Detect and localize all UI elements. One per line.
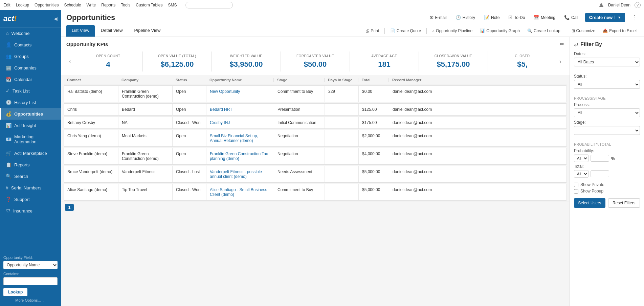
calendar-icon: 📅	[6, 77, 12, 82]
row1-opp-link[interactable]: New Opportunity	[210, 89, 240, 94]
table-container: Contact Company Status Opportunity Name …	[61, 76, 570, 201]
row2-opp-link[interactable]: Bedard HRT	[210, 107, 232, 112]
row6-manager: daniel.dean@act.com	[389, 166, 567, 182]
menu-lookup[interactable]: Lookup	[16, 3, 29, 7]
create-lookup-button[interactable]: 🔍 Create Lookup	[525, 27, 562, 35]
row4-opp-link[interactable]: Small Biz Financial Set up, Annual Retai…	[210, 134, 258, 143]
reset-filters-button[interactable]: Reset Filters	[608, 198, 640, 208]
row1-opp-name[interactable]: New Opportunity	[206, 86, 274, 102]
row3-opp-name[interactable]: Crosby INJ	[206, 117, 274, 128]
kpi-edit-icon[interactable]: ✏	[560, 41, 564, 47]
sidebar-item-actinsight[interactable]: 📊 Act! Insight	[0, 120, 61, 131]
call-icon: 📞	[564, 15, 570, 20]
more-actions-button[interactable]: ⋮	[630, 14, 639, 21]
lookup-button[interactable]: Lookup	[3, 288, 27, 296]
help-icon[interactable]: ?	[635, 2, 641, 8]
sidebar-item-groups[interactable]: 👥 Groups	[0, 50, 61, 62]
filter-total-select[interactable]: All	[574, 170, 589, 178]
sidebar-item-label-calendar: Calendar	[14, 77, 32, 82]
tab-pipeline-view[interactable]: Pipeline View	[129, 25, 166, 37]
menu-custom-tables[interactable]: Custom Tables	[136, 3, 162, 7]
sidebar-item-serialnumbers[interactable]: # Serial Numbers	[0, 182, 61, 193]
sidebar-item-actmarketplace[interactable]: 🛒 Act! Marketplace	[0, 147, 61, 159]
sidebar-item-companies[interactable]: 🏢 Companies	[0, 62, 61, 74]
sidebar-item-opportunities[interactable]: 💰 Opportunities	[0, 108, 61, 120]
tab-detail-view[interactable]: Detail View	[95, 25, 128, 37]
kpi-avg-age-value: 181	[354, 60, 415, 69]
filter-probability-select[interactable]: All	[574, 155, 589, 162]
row7-opp-name[interactable]: Alice Santiago - Small Business Client (…	[206, 184, 274, 200]
row3-opp-link[interactable]: Crosby INJ	[210, 120, 230, 125]
sidebar-item-tasklist[interactable]: ✓ Task List	[0, 85, 61, 97]
sidebar-item-search[interactable]: 🔍 Search	[0, 170, 61, 182]
print-button[interactable]: 🖨 Print	[363, 27, 381, 35]
row4-opp-name[interactable]: Small Biz Financial Set up, Annual Retai…	[206, 130, 274, 146]
kpi-next-button[interactable]: ›	[557, 58, 564, 65]
call-button[interactable]: 📞 Call	[562, 14, 580, 21]
kpi-prev-button[interactable]: ‹	[66, 58, 74, 65]
filter-checkboxes: Show Private Show Popup	[574, 182, 640, 193]
row6-opp-link[interactable]: Vanderpelt Fitness - possible annual cli…	[210, 169, 262, 179]
user-name[interactable]: Daniel Dean	[608, 3, 630, 7]
menu-tools[interactable]: Tools	[121, 3, 130, 7]
menu-sms[interactable]: SMS	[168, 3, 177, 7]
filter-process-select[interactable]: All	[574, 108, 640, 117]
filter-status-select[interactable]: All	[574, 80, 640, 89]
create-new-dropdown-arrow[interactable]: ▼	[615, 16, 621, 19]
search-input-top[interactable]	[185, 2, 233, 8]
customize-button[interactable]: ⊞ Customize	[570, 27, 598, 35]
kpi-closed-value: $5,	[492, 60, 553, 69]
sidebar-item-label-insurance: Insurance	[13, 208, 32, 213]
marketing-icon: 📧	[6, 137, 12, 142]
meeting-button[interactable]: 📅 Meeting	[532, 14, 557, 21]
sidebar-item-historylist[interactable]: 🕐 History List	[0, 97, 61, 108]
row5-opp-link[interactable]: Franklin Green Construction Tax planning…	[210, 151, 268, 161]
menu-write[interactable]: Write	[86, 3, 96, 7]
todo-button[interactable]: ☑ To-Do	[506, 14, 527, 21]
opp-pipeline-button[interactable]: ⬦ Opportunity Pipeline	[430, 27, 474, 35]
opportunity-field-select[interactable]: Opportunity Name	[3, 261, 58, 269]
row7-opp-link[interactable]: Alice Santiago - Small Business Client (…	[210, 187, 267, 197]
row2-days	[325, 104, 358, 115]
sidebar-item-label-support: Support	[14, 197, 30, 202]
export-excel-button[interactable]: 📤 Export to Excel	[601, 27, 639, 35]
page-1-button[interactable]: 1	[65, 204, 74, 211]
menu-schedule[interactable]: Schedule	[64, 3, 81, 7]
menu-edit[interactable]: Edit	[3, 3, 10, 7]
sidebar-item-calendar[interactable]: 📅 Calendar	[0, 74, 61, 85]
show-private-row: Show Private	[574, 182, 640, 187]
sidebar-item-insurance[interactable]: 🛡 Insurance	[0, 205, 61, 217]
more-options[interactable]: More Options... ⋮	[3, 298, 58, 303]
contains-input[interactable]	[3, 277, 58, 285]
sidebar-item-marketingauto[interactable]: 📧 Marketing Automation	[0, 131, 61, 147]
filter-dates-select[interactable]: All Dates	[574, 58, 640, 66]
sidebar-item-contacts[interactable]: 👤 Contacts	[0, 39, 61, 50]
create-quote-button[interactable]: 📄 Create Quote	[388, 27, 423, 35]
row5-opp-name[interactable]: Franklin Green Construction Tax planning…	[206, 148, 274, 164]
opp-graph-button[interactable]: 📊 Opportunity Graph	[478, 27, 522, 35]
row7-total: $5,000.00	[358, 184, 389, 200]
create-new-button[interactable]: Create new ▼	[585, 13, 625, 22]
sidebar-item-welcome[interactable]: ⌂ Welcome	[0, 27, 61, 39]
show-private-checkbox[interactable]	[574, 183, 578, 187]
sidebar-item-support[interactable]: ❓ Support	[0, 193, 61, 205]
filter-probability-input[interactable]	[591, 155, 609, 162]
row2-opp-name[interactable]: Bedard HRT	[206, 104, 274, 115]
note-button[interactable]: 📝 Note	[482, 14, 502, 21]
contacts-icon: 👤	[6, 42, 12, 47]
row6-opp-name[interactable]: Vanderpelt Fitness - possible annual cli…	[206, 166, 274, 182]
row5-stage: Negotiation	[274, 148, 325, 164]
tab-list-view[interactable]: List View	[66, 25, 95, 37]
show-popup-checkbox[interactable]	[574, 189, 578, 193]
table-row: Bruce Vanderpelt (demo) Vanderpelt Fitne…	[64, 166, 567, 183]
menu-opportunities[interactable]: Opportunities	[35, 3, 59, 7]
history-button[interactable]: 🕐 History	[453, 14, 477, 21]
sidebar-collapse-button[interactable]: ◀	[54, 16, 58, 21]
email-button[interactable]: ✉ E-mail	[428, 14, 449, 21]
sidebar-item-reports[interactable]: 📋 Reports	[0, 159, 61, 170]
row6-status: Closed - Lost	[172, 166, 206, 182]
menu-reports[interactable]: Reports	[101, 3, 115, 7]
select-users-button[interactable]: Select Users	[574, 198, 605, 208]
filter-total-input[interactable]	[591, 170, 609, 177]
filter-stage-select[interactable]	[574, 126, 640, 135]
